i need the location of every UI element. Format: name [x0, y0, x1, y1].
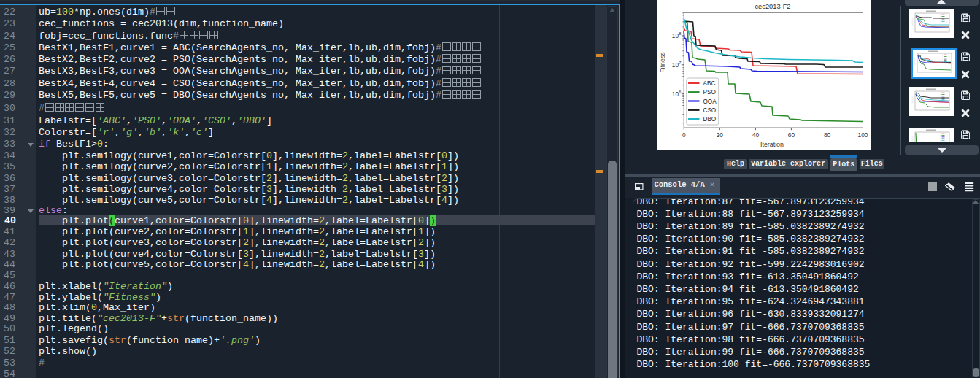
svg-text:6: 6	[679, 90, 681, 94]
svg-text:OOA: OOA	[703, 99, 717, 105]
svg-text:CSO: CSO	[703, 107, 717, 114]
svg-text:80: 80	[824, 131, 831, 139]
svg-text:100: 100	[858, 131, 868, 139]
svg-text:20: 20	[717, 131, 724, 139]
svg-text:cec2013-F2: cec2013-F2	[755, 3, 790, 10]
svg-text:Iteration: Iteration	[760, 141, 784, 148]
svg-text:Fitness: Fitness	[659, 52, 666, 73]
svg-text:DBO: DBO	[703, 116, 717, 123]
svg-text:10: 10	[672, 61, 679, 69]
svg-text:10: 10	[672, 32, 679, 39]
svg-text:40: 40	[752, 131, 760, 139]
svg-text:8: 8	[679, 31, 681, 36]
svg-text:PSO: PSO	[703, 89, 716, 96]
svg-text:60: 60	[788, 131, 795, 139]
svg-text:7: 7	[679, 61, 681, 65]
svg-text:10: 10	[672, 90, 679, 98]
svg-text:ABC: ABC	[703, 80, 716, 87]
svg-text:0: 0	[682, 131, 686, 139]
